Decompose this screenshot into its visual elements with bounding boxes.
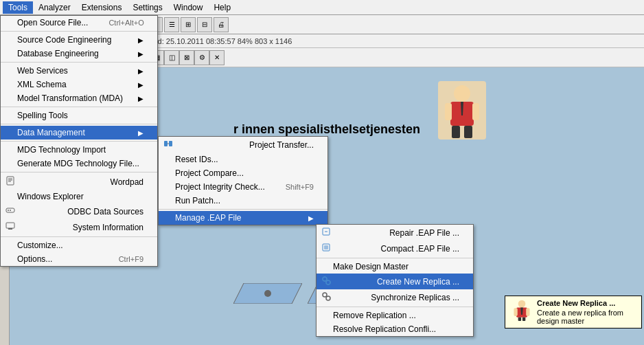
menu-compact-eap[interactable]: Compact .EAP File ...	[317, 241, 473, 256]
svg-point-8	[264, 290, 271, 297]
manage-eap-submenu: Repair .EAP File ... Compact .EAP File .…	[316, 224, 474, 337]
tb-btn-7[interactable]: ⊟	[197, 17, 212, 32]
menu-mdg-import[interactable]: MDG Technology Import	[1, 143, 157, 157]
menu-project-compare[interactable]: Project Compare...	[159, 166, 327, 180]
menu-settings[interactable]: Settings	[127, 1, 168, 14]
manage-eap-arrow: ▶	[308, 214, 314, 222]
menu-xml-schema[interactable]: XML Schema ▶	[1, 78, 157, 91]
menu-run-patch[interactable]: Run Patch...	[159, 194, 327, 208]
menu-database-eng[interactable]: Database Engineering ▶	[1, 47, 157, 60]
menu-window[interactable]: Window	[168, 1, 209, 14]
svg-rect-4	[452, 126, 460, 138]
database-eng-label: Database Engineering	[17, 49, 99, 58]
menu-analyzer[interactable]: Analyzer	[33, 1, 76, 14]
manage-eap-label: Manage .EAP File	[175, 213, 242, 223]
resolve-conflict-label: Resolve Replication Confli...	[333, 324, 436, 334]
tools-menu: Open Source File... Ctrl+Alt+O Source Co…	[0, 15, 158, 267]
mdg-import-label: MDG Technology Import	[17, 145, 106, 155]
odbc-icon	[3, 205, 17, 217]
menu-options[interactable]: Options... Ctrl+F9	[1, 252, 157, 266]
menu-repair-eap[interactable]: Repair .EAP File ...	[317, 225, 473, 241]
menu-sync-replicas[interactable]: Synchronize Replicas ...	[317, 289, 473, 305]
sysinfo-label: System Information	[73, 223, 143, 232]
options-label: Options...	[17, 254, 52, 264]
reset-ids-label: Reset IDs...	[175, 155, 218, 164]
menu-project-transfer[interactable]: Project Transfer...	[159, 137, 327, 153]
tb2-btn-8[interactable]: ⚙	[194, 50, 209, 65]
source-code-label: Source Code Engineering	[17, 35, 111, 45]
menu-data-mgmt[interactable]: Data Management ▶	[1, 126, 157, 140]
menu-help[interactable]: Help	[208, 1, 236, 14]
menubar: Tools Analyzer Extensions Settings Windo…	[0, 0, 644, 15]
compact-eap-label: Compact .EAP File ...	[381, 244, 460, 254]
data-mgmt-label: Data Management	[17, 128, 85, 137]
tooltip-title: Create New Replica ...	[537, 299, 636, 307]
menu-reset-ids[interactable]: Reset IDs...	[159, 153, 327, 166]
menu-tools[interactable]: Tools	[3, 1, 33, 14]
tb2-btn-6[interactable]: ◫	[164, 50, 179, 65]
spelling-label: Spelling Tools	[17, 111, 68, 120]
sync-icon	[319, 291, 333, 303]
repair-eap-label: Repair .EAP File ...	[389, 228, 459, 238]
tb-btn-5[interactable]: ☰	[164, 17, 179, 32]
arrow-icon-4: ▶	[138, 81, 143, 89]
menu-source-code-eng[interactable]: Source Code Engineering ▶	[1, 33, 157, 47]
menu-extensions[interactable]: Extensions	[76, 1, 128, 14]
person-illustration	[438, 81, 486, 140]
sep-5	[1, 141, 157, 142]
design-master-label: Make Design Master	[333, 262, 409, 271]
replica-icon	[319, 276, 333, 287]
arrow-icon-3: ▶	[138, 67, 143, 75]
menu-manage-eap[interactable]: Manage .EAP File ▶	[159, 211, 327, 225]
menu-customize[interactable]: Customize...	[1, 238, 157, 252]
svg-point-16	[8, 210, 9, 211]
svg-rect-11	[7, 177, 14, 185]
svg-rect-21	[169, 141, 172, 146]
tb-btn-8[interactable]: 🖨	[214, 17, 229, 32]
run-patch-label: Run Patch...	[175, 196, 220, 205]
tb2-btn-7[interactable]: ⊠	[179, 50, 194, 65]
create-replica-label: Create New Replica ...	[377, 277, 459, 287]
compact-icon	[319, 243, 333, 254]
menu-remove-replication[interactable]: Remove Replication ...	[317, 309, 473, 322]
integrity-shortcut: Shift+F9	[286, 183, 314, 191]
svg-rect-26	[324, 245, 328, 249]
menu-design-master[interactable]: Make Design Master	[317, 260, 473, 274]
sep-6	[1, 172, 157, 172]
svg-line-39	[326, 296, 327, 297]
menu-odbc[interactable]: ODBC Data Sources	[1, 203, 157, 219]
menu-spelling[interactable]: Spelling Tools	[1, 109, 157, 122]
sep-eap-2	[317, 307, 473, 307]
transfer-icon	[161, 139, 175, 151]
menu-model-transform[interactable]: Model Transformation (MDA) ▶	[1, 91, 157, 105]
odbc-label: ODBC Data Sources	[67, 207, 143, 216]
svg-rect-20	[164, 141, 168, 146]
menu-integrity-check[interactable]: Project Integrity Check... Shift+F9	[159, 180, 327, 194]
tb2-btn-9[interactable]: ✕	[209, 50, 225, 65]
arrow-icon-5: ▶	[138, 95, 143, 102]
tooltip-text-area: Create New Replica ... Create a new repl…	[537, 299, 636, 325]
wordpad-label: Wordpad	[111, 177, 143, 187]
menu-create-replica[interactable]: Create New Replica ...	[317, 274, 473, 289]
sysinfo-icon	[3, 221, 17, 233]
menu-sys-info[interactable]: System Information	[1, 219, 157, 235]
svg-rect-18	[6, 223, 14, 228]
svg-rect-43	[526, 308, 529, 316]
arrow-icon: ▶	[138, 36, 143, 44]
wordpad-icon	[3, 176, 17, 188]
menu-resolve-conflict[interactable]: Resolve Replication Confli...	[317, 322, 473, 336]
menu-wordpad[interactable]: Wordpad	[1, 174, 157, 190]
sync-replicas-label: Synchronize Replicas ...	[371, 293, 459, 302]
web-services-label: Web Services	[17, 66, 68, 76]
sep-eap-1	[317, 258, 473, 258]
menu-gen-mdg[interactable]: Generate MDG Technology File...	[1, 157, 157, 170]
menu-open-source[interactable]: Open Source File... Ctrl+Alt+O	[1, 16, 157, 30]
sep-7	[1, 236, 157, 237]
menu-web-services[interactable]: Web Services ▶	[1, 64, 157, 78]
svg-point-40	[518, 300, 526, 308]
svg-point-0	[454, 85, 470, 102]
menu-win-explorer[interactable]: Windows Explorer	[1, 190, 157, 203]
integrity-check-label: Project Integrity Check...	[175, 182, 265, 192]
tb-btn-6[interactable]: ⊞	[181, 17, 196, 32]
options-shortcut: Ctrl+F9	[119, 255, 143, 263]
